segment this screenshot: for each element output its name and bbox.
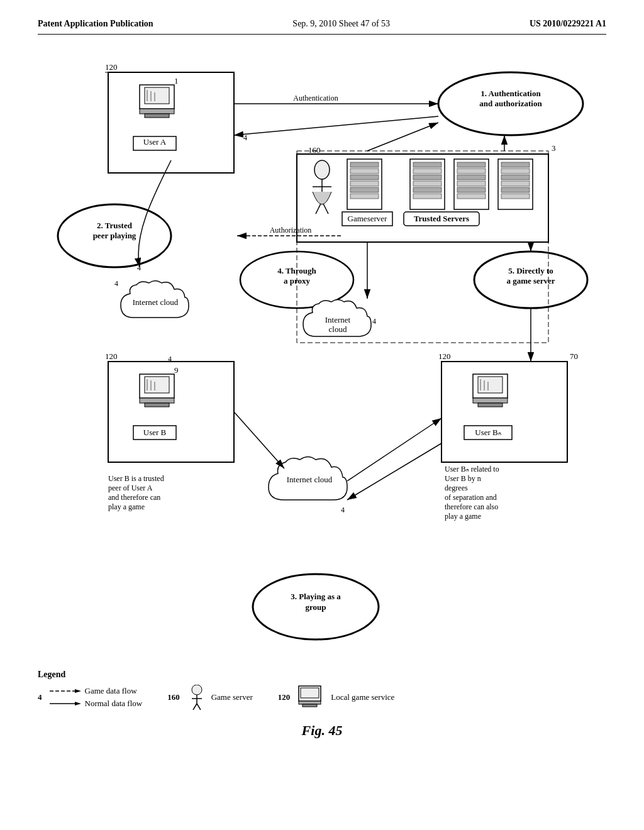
page-header: Patent Application Publication Sep. 9, 2… bbox=[38, 19, 606, 35]
local-game-icon bbox=[297, 685, 326, 710]
svg-rect-20 bbox=[140, 398, 174, 403]
svg-text:Internet: Internet bbox=[325, 315, 351, 324]
svg-rect-47 bbox=[350, 169, 379, 174]
svg-text:User B is a trusted: User B is a trusted bbox=[108, 474, 164, 483]
svg-text:and therefore can: and therefore can bbox=[108, 493, 160, 502]
legend-item-local-game: 120 Local game service bbox=[278, 685, 395, 710]
svg-text:cloud: cloud bbox=[329, 324, 347, 334]
svg-text:1. Authentication: 1. Authentication bbox=[480, 89, 541, 98]
svg-text:70: 70 bbox=[570, 351, 578, 361]
svg-text:degrees: degrees bbox=[445, 484, 468, 492]
svg-text:3. Playing as a: 3. Playing as a bbox=[291, 592, 341, 601]
svg-text:Authorization: Authorization bbox=[270, 226, 312, 235]
legend-item-flow: 4 Game data flow Norma bbox=[38, 686, 142, 709]
legend-number-4: 4 bbox=[38, 692, 42, 702]
legend-item-gameserver: 160 Game server bbox=[167, 685, 253, 710]
svg-text:4: 4 bbox=[137, 263, 141, 272]
svg-rect-142 bbox=[303, 704, 317, 707]
svg-rect-46 bbox=[350, 162, 379, 167]
svg-rect-21 bbox=[145, 403, 169, 407]
svg-text:120: 120 bbox=[105, 62, 118, 72]
svg-rect-75 bbox=[501, 187, 530, 192]
svg-text:2. Trusted: 2. Trusted bbox=[97, 221, 133, 230]
svg-rect-33 bbox=[478, 403, 502, 407]
svg-text:120: 120 bbox=[438, 351, 451, 361]
svg-rect-49 bbox=[350, 181, 379, 186]
legend-number-160: 160 bbox=[167, 692, 180, 702]
svg-text:4: 4 bbox=[168, 355, 172, 363]
svg-rect-67 bbox=[457, 181, 486, 186]
legend-normal-data-flow: Normal data flow bbox=[85, 699, 143, 709]
svg-text:4: 4 bbox=[243, 133, 247, 142]
svg-text:therefore can also: therefore can also bbox=[445, 502, 498, 511]
svg-line-137 bbox=[193, 704, 197, 710]
svg-text:play a game: play a game bbox=[108, 502, 145, 511]
svg-point-40 bbox=[314, 160, 330, 179]
svg-rect-66 bbox=[457, 175, 486, 180]
legend-number-120: 120 bbox=[278, 692, 291, 702]
svg-text:Trusted Servers: Trusted Servers bbox=[414, 214, 469, 223]
svg-line-104 bbox=[367, 123, 438, 151]
svg-point-134 bbox=[192, 685, 202, 695]
svg-text:5. Directly to: 5. Directly to bbox=[508, 266, 553, 275]
patent-diagram: 120 1 User A 120 bbox=[52, 53, 592, 651]
svg-rect-48 bbox=[350, 175, 379, 180]
svg-text:peer playing: peer playing bbox=[93, 231, 136, 240]
page: Patent Application Publication Sep. 9, 2… bbox=[0, 0, 644, 830]
svg-rect-65 bbox=[457, 169, 486, 174]
svg-rect-59 bbox=[413, 175, 441, 180]
svg-rect-51 bbox=[350, 194, 379, 199]
svg-rect-71 bbox=[501, 162, 530, 167]
svg-rect-72 bbox=[501, 169, 530, 174]
svg-text:User Bₙ: User Bₙ bbox=[475, 428, 501, 437]
svg-rect-58 bbox=[413, 169, 441, 174]
svg-line-111 bbox=[234, 412, 284, 468]
svg-text:4: 4 bbox=[341, 506, 345, 514]
svg-text:160: 160 bbox=[308, 145, 321, 155]
svg-line-98 bbox=[234, 116, 438, 135]
figure-caption: Fig. 45 bbox=[38, 722, 606, 739]
svg-rect-32 bbox=[473, 398, 508, 403]
svg-text:a game server: a game server bbox=[506, 276, 555, 285]
svg-rect-13 bbox=[108, 362, 234, 462]
legend-game-data-flow: Game data flow bbox=[85, 686, 137, 696]
svg-rect-62 bbox=[413, 194, 441, 199]
svg-rect-141 bbox=[299, 701, 321, 704]
svg-text:Internet cloud: Internet cloud bbox=[133, 297, 179, 307]
svg-rect-50 bbox=[350, 187, 379, 192]
svg-text:120: 120 bbox=[105, 351, 118, 361]
svg-rect-74 bbox=[501, 181, 530, 186]
svg-text:User A: User A bbox=[143, 137, 167, 147]
svg-line-138 bbox=[197, 704, 201, 710]
legend-items: 4 Game data flow Norma bbox=[38, 685, 606, 710]
svg-text:play a game: play a game bbox=[445, 512, 481, 521]
svg-rect-8 bbox=[140, 109, 174, 114]
svg-rect-69 bbox=[457, 194, 486, 199]
header-right: US 2010/0229221 A1 bbox=[530, 19, 606, 29]
svg-rect-25 bbox=[441, 362, 567, 462]
svg-rect-16 bbox=[145, 377, 169, 393]
legend: Legend 4 Game data flow bbox=[38, 663, 606, 710]
svg-rect-0 bbox=[108, 72, 234, 173]
svg-rect-9 bbox=[145, 114, 169, 118]
svg-rect-28 bbox=[478, 377, 502, 393]
header-left: Patent Application Publication bbox=[38, 19, 153, 29]
game-server-icon bbox=[187, 685, 206, 710]
svg-text:4: 4 bbox=[114, 279, 118, 288]
legend-local-game-label: Local game service bbox=[331, 692, 394, 702]
svg-text:Authentication: Authentication bbox=[293, 94, 338, 102]
svg-rect-140 bbox=[301, 688, 319, 698]
svg-text:User Bₙ related to: User Bₙ related to bbox=[445, 465, 499, 473]
legend-title: Legend bbox=[38, 670, 606, 680]
svg-text:Internet cloud: Internet cloud bbox=[287, 475, 333, 484]
svg-rect-61 bbox=[413, 187, 441, 192]
svg-rect-73 bbox=[501, 175, 530, 180]
svg-marker-131 bbox=[75, 689, 81, 693]
svg-text:User B by n: User B by n bbox=[445, 474, 481, 483]
svg-text:1: 1 bbox=[174, 76, 179, 86]
svg-rect-60 bbox=[413, 181, 441, 186]
svg-rect-68 bbox=[457, 187, 486, 192]
svg-text:and authorization: and authorization bbox=[479, 99, 542, 108]
svg-rect-57 bbox=[413, 162, 441, 167]
legend-gameserver-label: Game server bbox=[211, 692, 253, 702]
